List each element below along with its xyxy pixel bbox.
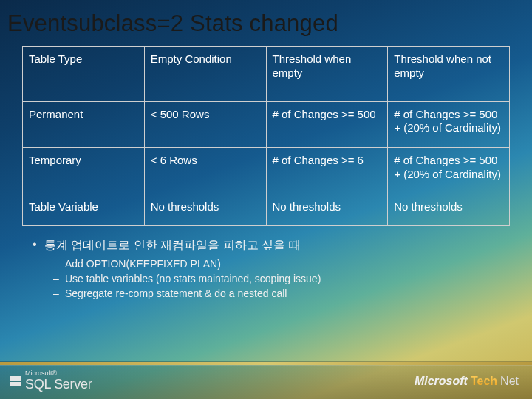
cell: # of Changes >= 500 xyxy=(266,101,388,148)
cell: < 500 Rows xyxy=(144,101,266,148)
cell: < 6 Rows xyxy=(144,148,266,194)
microsoft-flag-icon xyxy=(10,376,21,386)
cell: # of Changes >= 500 + (20% of Cardinalit… xyxy=(388,148,510,194)
bullet-sub: Use table variables (no stats maintained… xyxy=(33,273,510,284)
cell: Temporary xyxy=(23,148,145,194)
col-header: Table Type xyxy=(23,47,145,102)
bullet-main: 통계 업데이트로 인한 재컴파일을 피하고 싶을 때 xyxy=(33,238,510,253)
bullet-sub: Add OPTION(KEEPFIXED PLAN) xyxy=(33,258,510,270)
brand-left-text: Microsoft® SQL Server xyxy=(25,370,92,392)
col-header: Threshold when not empty xyxy=(388,47,510,102)
table-row: Permanent < 500 Rows # of Changes >= 500… xyxy=(23,101,510,148)
table-row: Temporary < 6 Rows # of Changes >= 6 # o… xyxy=(23,148,510,194)
bullet-list: 통계 업데이트로 인한 재컴파일을 피하고 싶을 때 Add OPTION(KE… xyxy=(33,238,510,299)
technet-net: Net xyxy=(500,375,519,388)
slide: Eventsubclass=2 Stats changed Table Type… xyxy=(0,0,532,399)
technet-tech: Tech xyxy=(471,375,497,388)
brand-right: Microsoft TechNet xyxy=(415,375,519,388)
cell: # of Changes >= 500 + (20% of Cardinalit… xyxy=(388,101,510,148)
cell: # of Changes >= 6 xyxy=(266,148,388,194)
col-header: Threshold when empty xyxy=(266,47,388,102)
brand-left: Microsoft® SQL Server xyxy=(10,370,92,392)
brand-small: Microsoft® xyxy=(25,370,92,377)
cell: No thresholds xyxy=(144,194,266,226)
cell: No thresholds xyxy=(266,194,388,226)
bullet-sub: Segregate re-comp statement & do a neste… xyxy=(33,287,510,299)
technet-ms: Microsoft xyxy=(415,375,468,388)
brand-product: SQL Server xyxy=(25,377,92,392)
slide-footer: Microsoft® SQL Server Microsoft TechNet xyxy=(0,365,532,399)
table-header-row: Table Type Empty Condition Threshold whe… xyxy=(23,47,510,102)
cell: Permanent xyxy=(23,101,145,148)
table-row: Table Variable No thresholds No threshol… xyxy=(23,194,510,226)
cell: Table Variable xyxy=(23,194,145,226)
slide-title: Eventsubclass=2 Stats changed xyxy=(0,0,532,41)
col-header: Empty Condition xyxy=(144,47,266,102)
stats-table: Table Type Empty Condition Threshold whe… xyxy=(22,46,510,226)
cell: No thresholds xyxy=(388,194,510,226)
